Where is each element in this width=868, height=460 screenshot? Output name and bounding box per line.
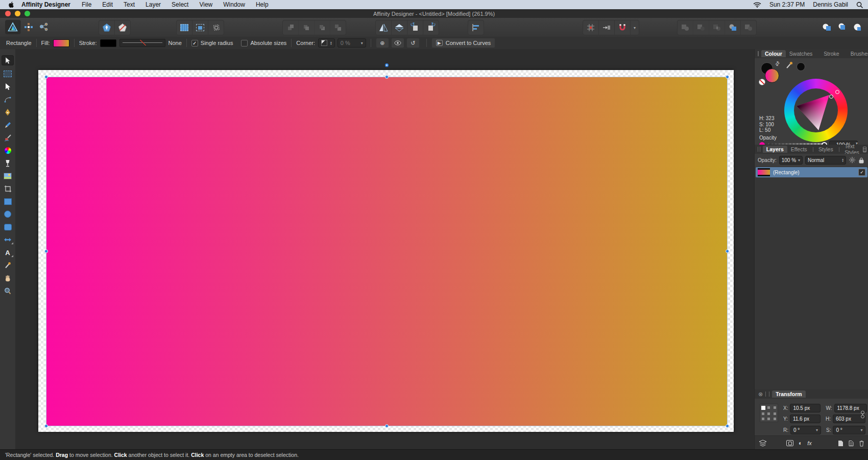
boolean-subtract-button[interactable] [693,20,709,35]
close-window-button[interactable] [5,11,11,16]
move-backward-button[interactable] [315,20,330,35]
cycle-selection-box-button[interactable] [391,38,404,48]
canvas-area[interactable] [15,49,754,450]
marquee-select-freehand-button[interactable] [208,20,224,35]
layers-list-empty-area[interactable] [755,178,868,389]
revert-defaults-button[interactable] [115,20,130,35]
export-persona-button[interactable] [36,20,52,34]
snapping-grid-button[interactable] [583,20,599,35]
rotation-handle[interactable] [385,63,389,67]
flip-horizontal-button[interactable] [376,20,392,35]
designer-persona-button[interactable] [5,20,21,34]
minimize-window-button[interactable] [15,11,20,16]
tool-vector-brush[interactable] [2,133,14,142]
stroke-swatch[interactable] [100,39,116,47]
menu-file[interactable]: File [82,1,91,8]
tool-colour-picker[interactable] [2,261,14,270]
move-to-back-button[interactable] [330,20,346,35]
insert-behind-button[interactable] [819,20,834,34]
colour-picker-icon[interactable] [785,61,793,70]
tool-fill[interactable] [2,146,14,155]
fill-colour-well[interactable] [765,68,779,83]
menu-clock[interactable]: Sun 2:37 PM [769,1,805,8]
anchor-top-left[interactable] [761,406,765,410]
shear-select[interactable]: 0 °▾ [833,426,865,434]
tool-artboard[interactable] [2,69,14,78]
panel-menu-icon[interactable] [863,147,866,152]
tab-layers[interactable]: Layers [763,146,787,153]
stroke-width-value[interactable]: None [168,40,182,46]
tool-transparency[interactable] [2,158,14,168]
selection-handle-middle-right[interactable] [726,249,729,253]
selection-handle-top-left[interactable] [44,75,48,79]
document-page[interactable] [38,70,734,432]
tool-rounded-rectangle[interactable] [2,222,14,232]
menu-app-name[interactable]: Affinity Designer [21,1,70,8]
tab-effects[interactable]: Effects [787,146,811,153]
tab-styles[interactable]: Styles [815,146,837,153]
tab-stroke[interactable]: Stroke [820,50,842,57]
layers-opacity-select[interactable]: 100 %▾ [779,156,803,165]
blend-mode-select[interactable]: Normal▴▾ [805,156,846,165]
rotate-cw-button[interactable]: ↻ [423,20,439,35]
snap-to-object-button[interactable] [599,20,615,35]
lock-layer-icon[interactable] [858,157,864,164]
menu-help[interactable]: Help [256,1,269,8]
convert-to-curves-button[interactable]: ▶ Convert to Curves [431,38,496,48]
single-radius-label[interactable]: Single radius [201,40,233,46]
corner-radius-select[interactable]: 0 % ▾ [337,38,366,48]
menu-edit[interactable]: Edit [102,1,113,8]
tool-ellipse[interactable] [2,210,14,219]
snapping-toggle-button[interactable] [615,20,631,35]
insert-inside-button[interactable] [850,20,865,34]
picked-colour-swatch[interactable] [797,62,805,71]
move-to-front-button[interactable] [283,20,299,35]
menu-view[interactable]: View [199,1,212,8]
marquee-select-all-button[interactable] [177,20,192,35]
tool-node[interactable] [2,82,14,91]
blend-options-gear-icon[interactable] [849,156,856,164]
boolean-combine-button[interactable] [741,20,756,35]
tool-zoom[interactable] [2,286,14,295]
tab-swatches[interactable]: Swatches [786,50,816,57]
layers-stack-icon[interactable] [759,440,767,447]
add-layer-icon[interactable] [838,440,843,447]
layer-visibility-checkbox[interactable]: ✓ [858,169,865,176]
alignment-button[interactable] [468,20,484,35]
anchor-point-selector[interactable] [760,404,778,422]
boolean-divide-button[interactable] [725,20,741,35]
selection-handle-top-center[interactable] [385,75,389,79]
link-dimensions-icon[interactable] [860,410,865,419]
menu-window[interactable]: Window [223,1,245,8]
layer-effects-icon[interactable]: fx [807,440,812,446]
absolute-sizes-checkbox[interactable] [241,40,248,47]
rotation-select[interactable]: 0 °▾ [790,426,821,434]
close-panel-icon[interactable]: ⊗ [758,391,763,398]
boolean-add-button[interactable] [678,20,693,35]
tab-colour[interactable]: Colour [761,50,786,57]
tab-transform[interactable]: Transform [772,390,805,398]
boolean-intersect-button[interactable] [709,20,725,35]
tool-move[interactable] [2,55,14,65]
tab-brushes[interactable]: Brushes [847,50,868,57]
apple-menu[interactable] [8,1,14,8]
selection-handle-bottom-center[interactable] [385,424,389,428]
spotlight-search-icon[interactable] [856,2,863,8]
corner-type-stepper[interactable]: ▴▾ [330,41,332,45]
stroke-width-control[interactable] [119,39,165,47]
colour-wheel[interactable] [784,79,848,142]
selection-handle-middle-left[interactable] [44,249,48,253]
transform-origin-button[interactable]: ⊕ [376,38,389,48]
tool-corner[interactable] [2,95,14,104]
tool-pen[interactable] [2,107,14,117]
snapping-options-caret[interactable]: ▾ [631,20,639,35]
sync-defaults-button[interactable] [99,20,115,35]
fill-stroke-indicator[interactable]: ⇄ [759,62,784,87]
insert-on-top-button[interactable] [834,20,850,34]
y-input[interactable]: 11.6 px [790,415,821,423]
tool-pencil[interactable] [2,120,14,129]
panel-drag-handle-icon[interactable] [765,392,769,397]
delete-layer-trash-icon[interactable] [859,440,864,447]
selection-handle-top-right[interactable] [726,75,729,79]
absolute-sizes-label[interactable]: Absolute sizes [250,40,286,46]
